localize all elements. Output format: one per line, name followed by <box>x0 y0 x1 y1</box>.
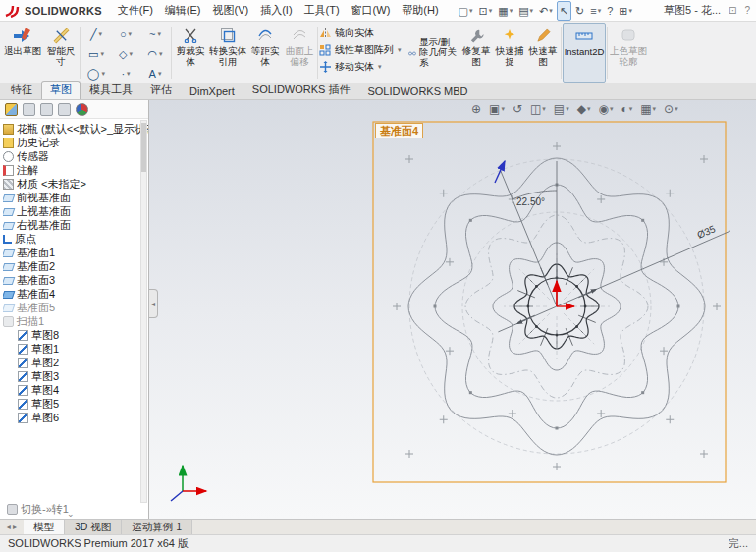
panel-scrollbar[interactable] <box>140 120 147 503</box>
search-icon[interactable]: ⊡ <box>729 5 736 16</box>
tree-item[interactable]: 扫描1 <box>3 314 148 328</box>
circle-tool-icon[interactable]: ○ ▾ <box>111 25 140 44</box>
open-icon[interactable]: ⊡ ▾ <box>477 2 495 20</box>
tree-footer-item[interactable]: 切换-»转1 <box>7 502 69 517</box>
undo-icon[interactable]: ↶ ▾ <box>537 2 555 20</box>
tree-item[interactable]: 草图1 <box>18 342 148 356</box>
tree-item[interactable]: 基准面3 <box>3 273 148 287</box>
model-tab[interactable]: 运动算例 1 <box>122 520 192 534</box>
menu-item[interactable]: 插入(I) <box>254 1 297 20</box>
rectangle-tool-icon[interactable]: ▭ ▾ <box>81 44 111 64</box>
zoom-fit-icon[interactable]: ⊕ <box>471 102 481 116</box>
view-settings-icon[interactable]: ⊙ ▾ <box>664 102 678 116</box>
angle-dimension[interactable]: 22.50° <box>516 196 545 207</box>
tree-item[interactable]: 基准面5 <box>3 301 148 314</box>
spline-tool-icon[interactable]: ~ ▾ <box>140 25 170 44</box>
tree-item[interactable]: 基准面2 <box>3 259 148 273</box>
tree-root-item[interactable]: 花瓶 (默认<<默认>_显示状态 1 <box>3 122 148 136</box>
mirror-entities-button[interactable]: 镜向实体 <box>319 27 404 40</box>
menu-item[interactable]: 窗口(W) <box>346 1 397 20</box>
previous-view-icon[interactable]: ↺ <box>513 102 522 116</box>
print-icon[interactable]: ▤ ▾ <box>516 2 535 20</box>
model-tab[interactable]: 3D 视图 <box>65 520 122 534</box>
tree-item-icon <box>3 222 15 230</box>
grid-icon[interactable]: ⊞ ▾ <box>617 2 634 20</box>
menu-item[interactable]: 视图(V) <box>207 1 255 20</box>
ribbon-tab[interactable]: 模具工具 <box>81 81 141 99</box>
ribbon-tab[interactable]: DimXpert <box>181 83 243 99</box>
ribbon-tab[interactable]: SOLIDWORKS MBD <box>358 83 476 99</box>
tree-item[interactable]: 草图4 <box>18 383 148 397</box>
tab-scroll-arrows[interactable]: ◂ ▸ <box>0 520 24 534</box>
ribbon-tab[interactable]: 草图 <box>41 81 81 99</box>
panel-splitter-handle[interactable]: ◂ <box>149 289 158 318</box>
model-tab[interactable]: 模型 <box>24 520 65 534</box>
instant2d-button[interactable]: Instant2D <box>563 23 606 83</box>
edit-appearance-icon[interactable]: ◐ ▾ <box>621 102 632 116</box>
tree-item[interactable]: 草图5 <box>18 397 148 411</box>
menu-item[interactable]: 文件(F) <box>112 1 159 20</box>
trim-entities-button[interactable]: 剪裁实体 <box>173 23 208 83</box>
ribbon-tab[interactable]: 特征 <box>2 81 41 99</box>
tree-item-icon <box>3 249 15 257</box>
tree-item[interactable]: 右视基准面 <box>3 218 148 232</box>
active-plane-label[interactable]: 基准面4 <box>375 123 423 138</box>
chevron-down-icon: ▾ <box>158 70 162 78</box>
options-icon[interactable]: ≡ ▾ <box>588 2 603 20</box>
ribbon-tab[interactable]: SOLIDWORKS 插件 <box>243 81 359 99</box>
tree-item[interactable]: 传感器 <box>3 149 148 163</box>
tree-item[interactable]: 历史记录 <box>3 136 148 149</box>
tree-item[interactable]: 草图6 <box>18 411 148 424</box>
tree-item[interactable]: 基准面1 <box>3 246 148 259</box>
help-icon[interactable]: ? <box>744 5 750 16</box>
menu-item[interactable]: 工具(T) <box>298 1 346 20</box>
hide-show-icon[interactable]: ◉ ▾ <box>598 102 613 116</box>
display-style-icon[interactable]: ◆ ▾ <box>577 102 591 116</box>
scene-icon[interactable]: ▦ ▾ <box>640 102 656 116</box>
zoom-area-icon[interactable]: ▣ ▾ <box>489 102 505 116</box>
tree-item[interactable]: 基准面4 <box>3 287 148 301</box>
new-document-icon[interactable]: ▢ ▾ <box>457 2 475 20</box>
offset-entities-button[interactable]: 等距实体 <box>247 23 283 83</box>
property-manager-tab[interactable] <box>23 103 35 116</box>
view-orientation-icon[interactable]: ▤ ▾ <box>554 102 569 116</box>
help-icon[interactable]: ? <box>605 2 615 20</box>
move-entities-button[interactable]: 移动实体 ▾ <box>319 60 404 74</box>
section-view-icon[interactable]: ◫ ▾ <box>530 102 546 116</box>
rapid-sketch-button[interactable]: 快速草图 <box>526 23 560 83</box>
quick-snaps-button[interactable]: 快速捕捉 <box>493 23 526 83</box>
dimension-handle-arrow[interactable] <box>495 161 505 183</box>
display-delete-relations-button[interactable]: 显示/删除几何关系 <box>406 23 459 83</box>
panel-collapse-chevron-icon[interactable]: ⌄ <box>67 509 75 519</box>
menu-item[interactable]: 编辑(E) <box>159 1 207 20</box>
linear-sketch-pattern-button[interactable]: 线性草图阵列 ▾ <box>319 43 404 57</box>
line-tool-icon[interactable]: ╱ ▾ <box>81 25 111 44</box>
tree-item[interactable]: 草图8 <box>18 328 148 342</box>
convert-entities-button[interactable]: 转换实体引用 <box>208 23 247 83</box>
tree-item[interactable]: 草图2 <box>18 356 148 369</box>
tree-item[interactable]: 上视基准面 <box>3 204 148 218</box>
plane-boundary[interactable] <box>373 122 726 482</box>
scrollbar-thumb[interactable] <box>141 123 146 172</box>
tree-item[interactable]: 原点 <box>3 232 148 246</box>
menu-item[interactable]: 帮助(H) <box>396 1 444 20</box>
feature-manager-tab[interactable] <box>5 103 18 116</box>
tree-item[interactable]: 注解 <box>3 163 148 177</box>
tree-item[interactable]: 草图3 <box>18 369 148 383</box>
smart-dimension-button[interactable]: 智能尺寸 <box>43 23 79 83</box>
rebuild-icon[interactable]: ↻ <box>573 2 586 20</box>
tree-item[interactable]: 前视基准面 <box>3 191 148 204</box>
arc-tool-icon[interactable]: ◠ ▾ <box>140 44 170 64</box>
exit-sketch-button[interactable]: 退出草图 <box>2 23 43 83</box>
polygon-tool-icon[interactable]: ◇ ▾ <box>111 44 140 64</box>
sketch-canvas[interactable]: Ø35 22.50° <box>149 100 756 519</box>
ribbon-tab[interactable]: 评估 <box>141 81 181 99</box>
dimxpert-manager-tab[interactable] <box>58 103 71 116</box>
display-manager-tab[interactable] <box>76 103 88 116</box>
configuration-manager-tab[interactable] <box>40 103 53 116</box>
tree-item[interactable]: 材质 <未指定> <box>3 177 148 191</box>
repair-sketch-button[interactable]: 修复草图 <box>459 23 493 83</box>
select-cursor-icon[interactable]: ↖ <box>557 1 571 21</box>
graphics-area[interactable]: ⊕ ▣ ▾ ↺ ◫ ▾ ▤ <box>149 100 756 519</box>
save-icon[interactable]: ▦ ▾ <box>496 2 514 20</box>
